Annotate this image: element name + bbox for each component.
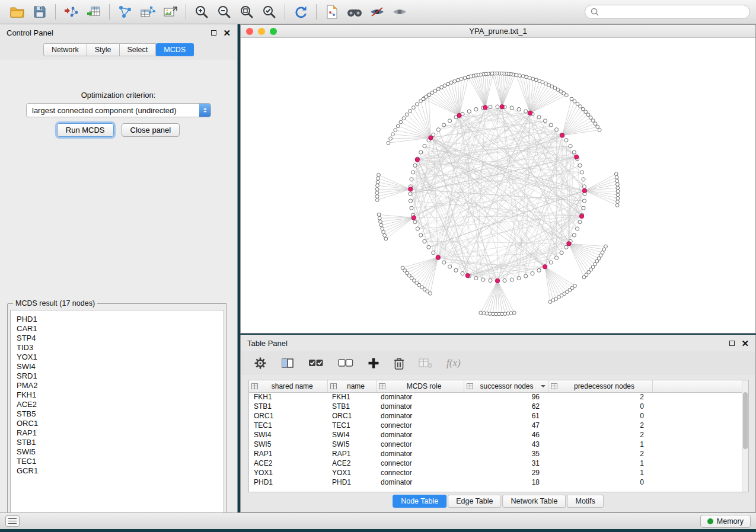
cell-name: STB1 (327, 402, 376, 411)
export-image-button[interactable] (159, 2, 181, 21)
table-row[interactable]: PHD1PHD1dominator180 (249, 477, 743, 487)
table-row[interactable]: RAP1RAP1dominator352 (249, 449, 743, 459)
table-header-row: shared namenameMCDS rolesuccessor nodesp… (249, 380, 743, 392)
select-all-button[interactable] (308, 358, 324, 368)
mcds-node-item[interactable]: TID3 (17, 343, 218, 352)
search-box[interactable] (585, 5, 750, 19)
show-graphics-details-button[interactable] (366, 2, 388, 21)
column-header-name[interactable]: name (327, 380, 376, 392)
mcds-node-item[interactable]: STB5 (17, 409, 218, 419)
tab-edge-table[interactable]: Edge Table (448, 495, 501, 508)
status-menu-button[interactable] (5, 515, 20, 527)
new-network-button[interactable] (114, 2, 136, 21)
network-canvas[interactable] (241, 38, 755, 333)
scrollbar-thumb[interactable] (743, 392, 748, 449)
table-settings-button[interactable] (254, 357, 267, 370)
mcds-node-item[interactable]: STB1 (17, 438, 218, 447)
table-row[interactable]: FKH1FKH1dominator962 (249, 392, 743, 402)
close-panel-icon[interactable]: ✕ (741, 339, 749, 348)
add-column-button[interactable] (368, 357, 379, 369)
table-row[interactable]: ACE2ACE2connector311 (249, 459, 743, 468)
mcds-node-item[interactable]: SWI5 (17, 447, 218, 457)
tab-network-table[interactable]: Network Table (503, 495, 566, 508)
tab-mcds[interactable]: MCDS (156, 43, 194, 56)
column-options-icon[interactable] (379, 383, 385, 389)
open-file-button[interactable] (6, 2, 28, 21)
refresh-view-button[interactable] (289, 2, 312, 21)
zoom-in-button[interactable] (190, 2, 213, 21)
save-session-button[interactable] (28, 2, 51, 21)
table-row[interactable]: ORC1ORC1dominator610 (249, 411, 743, 421)
search-input[interactable] (602, 8, 744, 16)
cell-shared_name: FKH1 (249, 392, 327, 402)
window-close-button[interactable] (246, 28, 253, 35)
hide-graphics-details-button[interactable] (388, 2, 411, 21)
show-columns-button[interactable] (281, 357, 294, 369)
tab-style[interactable]: Style (87, 43, 120, 56)
table-row[interactable]: SWI5SWI5connector431 (249, 440, 743, 449)
network-table-button[interactable] (136, 2, 159, 21)
cell-mcds_role: dominator (376, 402, 464, 411)
window-zoom-button[interactable] (270, 28, 277, 35)
cell-mcds_role: connector (376, 440, 464, 449)
table-row[interactable]: TEC1TEC1connector472 (249, 421, 743, 430)
table-tabs: Node TableEdge TableNetwork TableMotifs (393, 495, 604, 508)
column-options-icon[interactable] (330, 383, 337, 389)
tab-select[interactable]: Select (120, 43, 157, 56)
criterion-value: largest connected component (undirected) (32, 106, 177, 115)
memory-button[interactable]: Memory (700, 515, 751, 528)
column-options-icon[interactable] (551, 383, 557, 389)
mcds-node-item[interactable]: ACE2 (17, 400, 218, 409)
column-options-icon[interactable] (251, 383, 258, 389)
mcds-node-item[interactable]: PMA2 (17, 381, 218, 390)
table-row[interactable]: YOX1YOX1connector291 (249, 468, 743, 477)
delete-column-button[interactable] (394, 357, 404, 370)
float-panel-icon[interactable] (729, 341, 735, 346)
mcds-node-item[interactable]: RAP1 (17, 428, 218, 438)
cell-successor_nodes: 18 (464, 477, 548, 487)
sort-chevron-icon[interactable] (541, 385, 546, 390)
mcds-node-item[interactable]: CAR1 (17, 324, 218, 334)
column-header-shared_name[interactable]: shared name (249, 380, 327, 392)
mcds-node-item[interactable]: FKH1 (17, 390, 218, 400)
import-network-button[interactable] (60, 2, 82, 21)
column-header-successor_nodes[interactable]: successor nodes (464, 380, 548, 392)
column-header-predecessor_nodes[interactable]: predecessor nodes (548, 380, 652, 392)
import-table-button[interactable] (82, 2, 105, 21)
float-panel-icon[interactable] (211, 30, 216, 36)
copy-document-button[interactable] (321, 2, 343, 21)
window-minimize-button[interactable] (258, 28, 265, 35)
search-network-button[interactable] (343, 2, 366, 21)
run-mcds-button[interactable]: Run MCDS (57, 123, 114, 137)
close-panel-button[interactable]: Close panel (122, 123, 180, 137)
mcds-node-item[interactable]: ORC1 (17, 419, 218, 428)
zoom-fit-button[interactable] (235, 2, 258, 21)
close-panel-icon[interactable]: ✕ (223, 28, 231, 37)
table-row[interactable]: SWI4SWI4dominator462 (249, 430, 743, 440)
toolbar-separator (285, 4, 285, 20)
column-options-icon[interactable] (467, 383, 473, 389)
mcds-result-title: MCDS result (17 nodes) (13, 299, 97, 307)
mcds-node-item[interactable]: PHD1 (17, 315, 218, 324)
column-header-mcds_role[interactable]: MCDS role (376, 380, 464, 392)
cell-predecessor_nodes: 0 (548, 402, 652, 411)
deselect-all-button[interactable] (338, 358, 353, 368)
mcds-node-item[interactable]: TEC1 (17, 457, 218, 466)
table-scrollbar[interactable] (742, 380, 748, 492)
tab-node-table[interactable]: Node Table (393, 495, 446, 508)
control-panel-title: Control Panel (7, 28, 53, 37)
mcds-node-item[interactable]: SRD1 (17, 371, 218, 381)
criterion-dropdown[interactable]: largest connected component (undirected) (26, 103, 211, 117)
table-row[interactable]: STB1STB1dominator620 (249, 402, 743, 411)
mcds-node-item[interactable]: STP4 (17, 334, 218, 343)
zoom-selected-button[interactable] (258, 2, 280, 21)
mcds-node-item[interactable]: GCR1 (17, 466, 218, 476)
cell-mcds_role: dominator (376, 449, 464, 459)
tab-motifs[interactable]: Motifs (567, 495, 603, 508)
mcds-node-item[interactable]: SWI4 (17, 362, 218, 371)
cell-successor_nodes: 29 (464, 468, 548, 477)
zoom-out-button[interactable] (213, 2, 235, 21)
node-table: shared namenameMCDS rolesuccessor nodesp… (249, 380, 743, 487)
mcds-node-item[interactable]: YOX1 (17, 352, 218, 362)
tab-network[interactable]: Network (43, 43, 87, 56)
